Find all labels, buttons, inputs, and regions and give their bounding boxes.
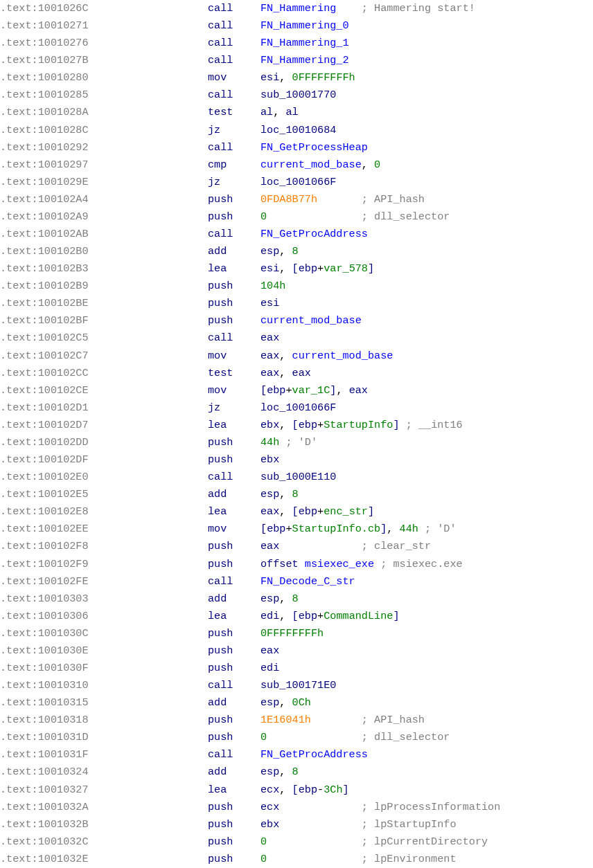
op-token-hash: 1E16041h: [260, 714, 311, 726]
asm-line[interactable]: .text:100102C7moveax, current_mod_base: [0, 347, 593, 365]
asm-line[interactable]: .text:1001031FcallFN_GetProcAddress: [0, 746, 593, 763]
operands: FN_GetProcAddress: [260, 746, 593, 763]
asm-line[interactable]: .text:10010285callsub_10001770: [0, 87, 593, 104]
op-token-txt: +: [317, 262, 324, 275]
address: .text:100102DD: [0, 434, 208, 451]
asm-line[interactable]: .text:100102B0addesp, 8: [0, 243, 593, 260]
asm-line[interactable]: .text:100102ABcallFN_GetProcAddress: [0, 226, 593, 243]
address: .text:1001032B: [0, 816, 208, 833]
op-token-num: enc_str: [324, 505, 368, 518]
asm-line[interactable]: .text:1001032Epush0 ; lpEnvironment: [0, 851, 593, 868]
mnemonic: lea: [208, 503, 260, 521]
mnemonic: mov: [208, 347, 260, 365]
mnemonic: push: [208, 295, 260, 312]
asm-line[interactable]: .text:1001031Dpush0 ; dll_selector: [0, 729, 593, 746]
mnemonic: push: [208, 712, 260, 729]
op-token-txt: ,: [279, 350, 292, 362]
asm-line[interactable]: .text:1001029Ejzloc_1001066F: [0, 174, 593, 191]
asm-line[interactable]: .text:100102E8leaeax, [ebp+enc_str]: [0, 503, 593, 521]
asm-line[interactable]: .text:10010271callFN_Hammering_0: [0, 17, 593, 35]
asm-line[interactable]: .text:1001032Apushecx ; lpProcessInforma…: [0, 799, 593, 816]
op-token-num: 104h: [260, 280, 285, 292]
mnemonic: call: [208, 573, 260, 590]
op-token-num: 0FFFFFFFFh: [292, 71, 355, 84]
asm-line[interactable]: .text:1001030Fpushedi: [0, 660, 593, 677]
asm-line[interactable]: .text:10010292callFN_GetProcessHeap: [0, 139, 593, 156]
asm-line[interactable]: .text:10010276callFN_Hammering_1: [0, 35, 593, 52]
asm-line[interactable]: .text:100102DFpushebx: [0, 451, 593, 469]
asm-line[interactable]: .text:1001028Atestal, al: [0, 104, 593, 121]
op-token-txt: ,: [387, 523, 399, 535]
asm-line[interactable]: .text:100102A9push0 ; dll_selector: [0, 208, 593, 226]
asm-line[interactable]: .text:100102EEmov[ebp+StartupInfo.cb], 4…: [0, 521, 593, 538]
asm-line[interactable]: .text:100102F9pushoffset msiexec_exe ; m…: [0, 556, 593, 573]
mnemonic: add: [208, 763, 260, 781]
mnemonic: push: [208, 556, 260, 573]
asm-line[interactable]: .text:100102FEcallFN_Decode_C_str: [0, 573, 593, 590]
mnemonic: push: [208, 799, 260, 816]
asm-line[interactable]: .text:100102CEmov[ebp+var_1C], eax: [0, 382, 593, 399]
op-token-reg: eax: [260, 332, 279, 344]
asm-line[interactable]: .text:10010306leaedi, [ebp+CommandLine]: [0, 608, 593, 625]
address: .text:100102A9: [0, 208, 208, 226]
asm-line[interactable]: .text:10010318push1E16041h ; API_hash: [0, 712, 593, 729]
mnemonic: lea: [208, 260, 260, 278]
op-token-num: 0: [260, 853, 267, 865]
op-token-reg: esi: [260, 71, 279, 84]
operands: ecx, [ebp-3Ch]: [260, 781, 593, 799]
asm-line[interactable]: .text:1001032Cpush0 ; lpCurrentDirectory: [0, 833, 593, 851]
address: .text:100102F9: [0, 556, 208, 573]
op-token-punct: ]: [368, 262, 374, 275]
asm-line[interactable]: .text:100102B3leaesi, [ebp+var_578]: [0, 260, 593, 278]
mnemonic: add: [208, 243, 260, 260]
op-token-txt: ,: [273, 106, 285, 118]
asm-line[interactable]: .text:1001028Cjzloc_10010684: [0, 122, 593, 139]
op-token-reg: ebp: [267, 384, 285, 397]
asm-line[interactable]: .text:10010324addesp, 8: [0, 763, 593, 781]
asm-line[interactable]: .text:10010315addesp, 0Ch: [0, 694, 593, 712]
op-token-num: 44h: [260, 436, 279, 449]
asm-line[interactable]: .text:100102E0callsub_1000E110: [0, 469, 593, 486]
asm-line[interactable]: .text:10010327leaecx, [ebp-3Ch]: [0, 781, 593, 799]
address: .text:100102BE: [0, 295, 208, 312]
asm-line[interactable]: .text:1001030Cpush0FFFFFFFFh: [0, 625, 593, 642]
asm-line[interactable]: .text:100102D7leaebx, [ebp+StartupInfo] …: [0, 417, 593, 434]
disassembly-listing[interactable]: .text:1001026CcallFN_Hammering ; Hammeri…: [0, 0, 593, 868]
asm-line[interactable]: .text:10010310callsub_100171E0: [0, 677, 593, 694]
asm-line[interactable]: .text:100102D1jzloc_1001066F: [0, 399, 593, 417]
op-token-txt: ,: [279, 262, 292, 275]
op-token-loc: sub_100171E0: [260, 679, 336, 691]
asm-line[interactable]: .text:1001027BcallFN_Hammering_2: [0, 52, 593, 69]
asm-line[interactable]: .text:100102BEpushesi: [0, 295, 593, 312]
asm-line[interactable]: .text:10010280movesi, 0FFFFFFFFh: [0, 69, 593, 87]
op-token-reg: eax: [292, 367, 311, 379]
asm-line[interactable]: .text:100102BFpushcurrent_mod_base: [0, 312, 593, 329]
asm-line[interactable]: .text:100102C5calleax: [0, 329, 593, 347]
asm-line[interactable]: .text:1001030Epusheax: [0, 642, 593, 660]
mnemonic: jz: [208, 174, 260, 191]
mnemonic: call: [208, 139, 260, 156]
asm-line[interactable]: .text:100102DDpush44h ; 'D': [0, 434, 593, 451]
op-token-num: 8: [292, 245, 299, 257]
address: .text:100102D1: [0, 399, 208, 417]
asm-line[interactable]: .text:1001026CcallFN_Hammering ; Hammeri…: [0, 0, 593, 17]
op-token-reg: ebp: [267, 523, 285, 535]
asm-line[interactable]: .text:100102B9push104h: [0, 278, 593, 295]
asm-line[interactable]: .text:100102A4push0FDA8B77h ; API_hash: [0, 191, 593, 208]
asm-line[interactable]: .text:10010303addesp, 8: [0, 590, 593, 608]
op-token-reg: eax: [260, 644, 279, 657]
operands: eax, [ebp+enc_str]: [260, 503, 593, 521]
operands: offset msiexec_exe ; msiexec.exe: [260, 556, 593, 573]
mnemonic: call: [208, 329, 260, 347]
asm-line[interactable]: .text:100102CCtesteax, eax: [0, 365, 593, 382]
asm-line[interactable]: .text:100102F8pusheax ; clear_str: [0, 538, 593, 555]
address: .text:1001031D: [0, 729, 208, 746]
asm-line[interactable]: .text:1001032Bpushebx ; lpStartupInfo: [0, 816, 593, 833]
mnemonic: lea: [208, 781, 260, 799]
asm-line[interactable]: .text:10010297cmpcurrent_mod_base, 0: [0, 156, 593, 174]
op-token-reg: esi: [260, 262, 279, 275]
mnemonic: push: [208, 642, 260, 660]
op-token-pad: [317, 193, 362, 206]
asm-line[interactable]: .text:100102E5addesp, 8: [0, 486, 593, 503]
address: .text:100102B9: [0, 278, 208, 295]
